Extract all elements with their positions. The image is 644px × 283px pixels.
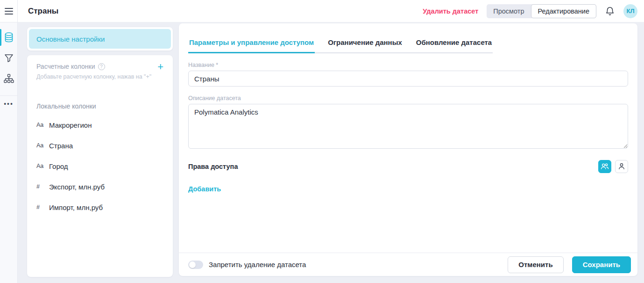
add-calc-column-button[interactable]: + <box>155 63 166 71</box>
sidebar-settings-card: Основные настройки <box>27 27 173 51</box>
name-field-label: Название * <box>188 62 628 68</box>
column-label: Макрорегион <box>49 121 92 129</box>
list-item-column[interactable]: Aa Макрорегион <box>36 115 166 135</box>
page-title: Страны <box>28 7 58 16</box>
toggle-knob <box>189 261 196 268</box>
top-bar: Страны Удалить датасет Просмотр Редактир… <box>18 0 644 22</box>
sidebar-columns-card: Расчетные колонки ? + Добавьте расчетную… <box>27 55 173 277</box>
access-rights-label: Права доступа <box>188 163 238 170</box>
rail-item-datasets[interactable] <box>0 27 17 48</box>
tab-params-access[interactable]: Параметры и управление доступом <box>188 36 315 53</box>
name-input[interactable] <box>188 71 628 87</box>
list-item-column[interactable]: Aa Город <box>36 156 166 176</box>
column-label: Страна <box>49 142 73 150</box>
columns-list: Aa Макрорегион Aa Страна Aa Город # Эксп… <box>36 115 166 218</box>
form-footer: Запретить удаление датасета Отменить Сох… <box>179 253 637 276</box>
sidebar-item-main-settings[interactable]: Основные настройки <box>29 29 171 49</box>
forbid-deletion-toggle[interactable] <box>188 261 203 269</box>
users-access-button[interactable] <box>615 160 628 173</box>
person-icon <box>618 163 625 170</box>
notifications-bell-icon[interactable] <box>605 6 615 16</box>
mode-edit-button[interactable]: Редактирование <box>531 4 596 18</box>
tab-dataset-update[interactable]: Обновление датасета <box>415 36 493 52</box>
dataset-form: Название * Описание датасета Polymatica … <box>179 53 637 193</box>
delete-dataset-link[interactable]: Удалить датасет <box>423 7 478 15</box>
rail-item-filters[interactable] <box>0 48 17 68</box>
forbid-deletion-label: Запретить удаление датасета <box>209 261 306 268</box>
calc-columns-hint: Добавьте расчетную колонку, нажав на "+" <box>36 73 166 80</box>
groups-access-button[interactable] <box>598 160 611 173</box>
number-type-icon: # <box>36 204 45 210</box>
column-label: Экспорт, млн.руб <box>49 183 105 191</box>
list-item-column[interactable]: # Импорт, млн,руб <box>36 197 166 218</box>
database-icon <box>4 32 14 43</box>
add-access-link[interactable]: Добавить <box>188 185 221 193</box>
mode-segmented-control: Просмотр Редактирование <box>487 4 596 18</box>
calc-columns-label: Расчетные колонки <box>36 63 95 70</box>
tab-data-restriction[interactable]: Ограничение данных <box>327 36 403 52</box>
list-item-column[interactable]: # Экспорт, млн.руб <box>36 176 166 197</box>
mode-view-button[interactable]: Просмотр <box>487 4 531 18</box>
text-type-icon: Aa <box>36 163 45 169</box>
funnel-icon <box>4 53 14 63</box>
text-type-icon: Aa <box>36 122 45 128</box>
rail-item-hierarchy[interactable] <box>0 68 17 89</box>
hierarchy-icon <box>4 74 14 83</box>
rail-divider <box>0 95 17 96</box>
menu-button[interactable] <box>0 0 17 22</box>
description-textarea[interactable]: Polymatica Analytics <box>188 104 628 149</box>
save-button[interactable]: Сохранить <box>572 256 631 273</box>
help-icon[interactable]: ? <box>98 63 105 70</box>
calc-columns-title: Расчетные колонки ? <box>36 63 105 70</box>
tab-bar: Параметры и управление доступом Ограниче… <box>188 36 493 53</box>
icon-rail: ••• <box>0 0 18 283</box>
text-type-icon: Aa <box>36 142 45 149</box>
active-indicator <box>0 29 1 46</box>
dataset-settings-panel: Параметры и управление доступом Ограниче… <box>179 23 637 276</box>
description-field-label: Описание датасета <box>188 95 628 102</box>
list-item-column[interactable]: Aa Страна <box>36 135 166 156</box>
group-icon <box>601 163 609 170</box>
hamburger-icon <box>5 8 13 15</box>
cancel-button[interactable]: Отменить <box>508 256 563 273</box>
number-type-icon: # <box>36 183 45 190</box>
more-options-icon[interactable]: ••• <box>0 101 17 107</box>
user-avatar[interactable]: КЛ <box>623 4 637 18</box>
local-columns-title: Локальные колонки <box>36 102 166 110</box>
column-label: Импорт, млн,руб <box>49 203 103 211</box>
column-label: Город <box>49 162 68 170</box>
